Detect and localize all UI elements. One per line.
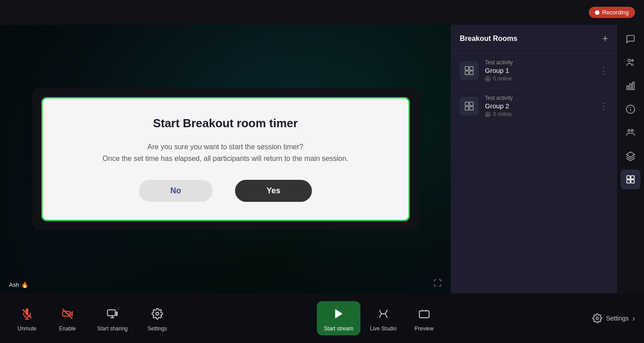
main-area: Start Breakout room timer Are you sure y…: [0, 25, 644, 294]
svg-rect-33: [116, 312, 117, 316]
svg-rect-6: [465, 102, 469, 106]
preview-icon: [415, 305, 433, 323]
room-name-2: Group 2: [485, 102, 593, 110]
room-item-1: Test activity Group 1 0 online ⋮: [451, 53, 617, 89]
room-icon-1: [460, 61, 479, 80]
svg-point-12: [628, 59, 631, 62]
room-info-2: Test activity Group 2 0 online: [485, 95, 593, 117]
modal-title: Start Breakout room timer: [153, 116, 298, 130]
svg-rect-25: [627, 180, 630, 183]
svg-rect-1: [470, 67, 473, 70]
svg-rect-7: [470, 102, 473, 106]
live-studio-button[interactable]: Live Studio: [363, 301, 404, 335]
live-studio-icon: [374, 305, 392, 323]
yes-button[interactable]: Yes: [235, 180, 312, 202]
modal-buttons: No Yes: [139, 180, 312, 202]
toolbar-left: Unmute Enable S: [9, 301, 175, 335]
svg-point-20: [628, 129, 630, 132]
sidebar-title: Breakout Rooms: [460, 35, 517, 43]
participant-name: Ash: [9, 281, 19, 288]
sidebar-header: Breakout Rooms +: [451, 25, 617, 53]
settings-label: Settings: [147, 325, 167, 332]
modal-description: Are you sure you want to start the sessi…: [102, 141, 348, 164]
svg-rect-8: [465, 107, 469, 110]
chevron-right-icon: ›: [632, 314, 635, 323]
preview-button[interactable]: Preview: [406, 301, 442, 335]
preview-label: Preview: [414, 325, 434, 332]
room-activity-1: Test activity: [485, 59, 593, 66]
settings-right-button[interactable]: Settings ›: [592, 313, 635, 323]
grid-icon[interactable]: [621, 169, 640, 189]
layers-icon[interactable]: [621, 146, 640, 166]
fullscreen-icon[interactable]: ⛶: [434, 279, 442, 288]
svg-rect-24: [631, 176, 634, 179]
modal-desc-line1: Are you sure you want to start the sessi…: [147, 143, 303, 151]
room-more-button-1[interactable]: ⋮: [599, 65, 608, 76]
svg-point-21: [631, 129, 633, 132]
svg-rect-16: [633, 82, 635, 90]
svg-point-13: [632, 60, 634, 62]
room-online-count-2: 0 online: [493, 111, 512, 117]
group-icon[interactable]: [621, 123, 640, 143]
room-online-2: 0 online: [485, 111, 593, 117]
svg-rect-23: [627, 176, 630, 179]
room-online-count-1: 0 online: [493, 76, 512, 82]
start-stream-icon: [330, 305, 348, 323]
live-studio-label: Live Studio: [370, 325, 396, 332]
start-stream-label: Start stream: [324, 325, 353, 332]
enable-button[interactable]: Enable: [49, 301, 85, 335]
svg-rect-32: [107, 310, 115, 316]
svg-rect-26: [631, 180, 634, 183]
chat-icon[interactable]: [621, 29, 640, 49]
start-sharing-button[interactable]: Start sharing: [90, 301, 135, 335]
settings-right-label: Settings: [606, 315, 629, 322]
sidebar: Breakout Rooms + Test activity Group 1: [451, 25, 617, 294]
recording-badge[interactable]: Recording: [589, 7, 635, 18]
svg-rect-9: [470, 107, 473, 110]
svg-point-38: [596, 317, 599, 320]
room-info-1: Test activity Group 1 0 online: [485, 59, 593, 82]
svg-marker-35: [335, 309, 342, 319]
room-more-button-2[interactable]: ⋮: [599, 101, 608, 111]
video-area: Start Breakout room timer Are you sure y…: [0, 25, 451, 294]
settings-button[interactable]: Settings: [139, 301, 175, 335]
icon-bar: [617, 25, 644, 294]
info-icon[interactable]: [621, 99, 640, 119]
modal-desc-line2: Once the set time has elapsed, all parti…: [102, 155, 348, 162]
participant-emoji: 🔥: [21, 281, 28, 288]
svg-rect-3: [470, 71, 473, 75]
modal-inner: Start Breakout room timer Are you sure y…: [41, 97, 410, 221]
svg-point-11: [487, 113, 489, 114]
svg-rect-14: [627, 86, 629, 89]
modal-container: Start Breakout room timer Are you sure y…: [32, 88, 419, 230]
recording-label: Recording: [602, 9, 629, 16]
room-icon-2: [460, 97, 479, 116]
enable-icon: [58, 305, 76, 323]
svg-rect-2: [465, 71, 469, 75]
chart-icon[interactable]: [621, 76, 640, 96]
room-activity-2: Test activity: [485, 95, 593, 101]
enable-label: Enable: [59, 325, 76, 332]
no-button[interactable]: No: [139, 180, 213, 202]
participant-label: Ash 🔥: [9, 281, 28, 288]
add-room-button[interactable]: +: [602, 33, 608, 45]
svg-rect-15: [630, 84, 631, 89]
bottom-toolbar: Unmute Enable S: [0, 294, 644, 343]
start-sharing-label: Start sharing: [97, 325, 128, 332]
recording-dot-icon: [595, 10, 600, 15]
svg-point-34: [156, 312, 159, 316]
room-item-2: Test activity Group 2 0 online ⋮: [451, 89, 617, 124]
top-bar: Recording: [0, 0, 644, 25]
room-name-1: Group 1: [485, 67, 593, 74]
start-stream-button[interactable]: Start stream: [317, 301, 360, 335]
modal-overlay: Start Breakout room timer Are you sure y…: [0, 25, 451, 294]
svg-marker-22: [626, 152, 635, 157]
svg-line-31: [62, 309, 72, 319]
start-sharing-icon: [103, 305, 121, 323]
svg-point-5: [487, 77, 489, 79]
room-online-1: 0 online: [485, 76, 593, 82]
unmute-icon: [18, 305, 36, 323]
unmute-button[interactable]: Unmute: [9, 301, 45, 335]
people-icon[interactable]: [621, 53, 640, 72]
svg-rect-0: [465, 67, 469, 70]
